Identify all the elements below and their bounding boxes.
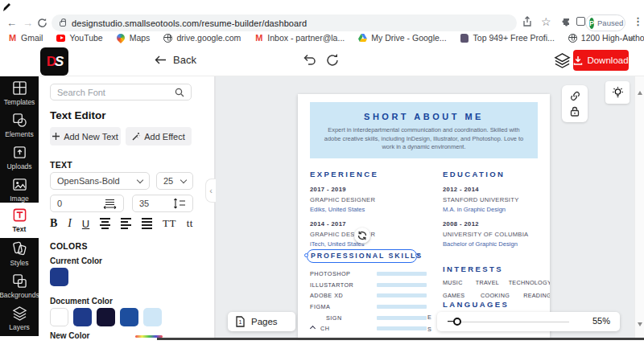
browser-back-icon[interactable]: ← bbox=[6, 17, 17, 29]
document-color-swatch[interactable] bbox=[97, 308, 115, 326]
pages-button[interactable]: 1 Pages bbox=[228, 312, 295, 331]
canvas-scrollbar[interactable] bbox=[634, 76, 644, 338]
skills-heading[interactable]: PROFESSIONAL SKILLS bbox=[311, 252, 427, 260]
sidebar-item-elements[interactable]: Elements bbox=[0, 113, 39, 138]
font-search-box[interactable] bbox=[50, 84, 192, 101]
browser-forward-icon[interactable]: → bbox=[23, 17, 33, 29]
backgrounds-icon bbox=[12, 273, 27, 289]
sidebar-item-layers[interactable]: Layers bbox=[0, 306, 39, 331]
scroll-down-icon[interactable] bbox=[638, 322, 642, 326]
italic-button[interactable]: I bbox=[68, 217, 72, 230]
bookmark-item[interactable]: My Drive - Google... bbox=[358, 33, 446, 43]
chrome-menu-icon[interactable]: ⋮ bbox=[633, 15, 643, 27]
uppercase-button[interactable]: TT bbox=[163, 217, 176, 230]
layers-stack-icon bbox=[12, 306, 27, 321]
horizontal-scrollbar-thumb[interactable] bbox=[157, 338, 644, 340]
download-button[interactable]: Download bbox=[573, 50, 629, 71]
layers-icon[interactable] bbox=[554, 51, 571, 68]
zoom-slider-knob[interactable] bbox=[453, 318, 461, 326]
design-canvas[interactable]: SHORT ABOUT ME Expert in interdepartment… bbox=[216, 76, 634, 338]
skills-section[interactable]: PROFESSIONAL SKILLS PHOTOSHOP ILLUSTARTO… bbox=[310, 252, 427, 338]
app-logo[interactable]: DS bbox=[40, 47, 68, 76]
line-height-input[interactable]: 35 bbox=[132, 195, 193, 212]
share-icon[interactable] bbox=[522, 16, 533, 27]
profile-paused-badge[interactable]: P Paused bbox=[585, 14, 625, 31]
plus-icon bbox=[52, 133, 60, 140]
redo-refresh-icon[interactable] bbox=[325, 53, 340, 68]
selection-handle-left[interactable] bbox=[304, 253, 308, 257]
add-new-text-label: Add New Text bbox=[64, 132, 118, 142]
skill-bar bbox=[377, 305, 427, 309]
font-size-select[interactable]: 25 bbox=[156, 172, 193, 190]
undo-icon[interactable] bbox=[302, 53, 316, 68]
bookmark-item[interactable]: drive.google.com bbox=[163, 33, 241, 43]
bold-button[interactable]: B bbox=[50, 217, 57, 230]
font-family-select[interactable]: OpenSans-Bold bbox=[50, 172, 150, 190]
document-color-swatch[interactable] bbox=[73, 308, 92, 326]
lightbulb-icon bbox=[612, 86, 624, 99]
tips-button[interactable] bbox=[605, 81, 630, 104]
rotate-handle[interactable] bbox=[354, 228, 370, 244]
education-section[interactable]: EDUCATION 2012 - 2014 STANFORD UNIVERSIT… bbox=[443, 170, 550, 248]
bookmark-item[interactable]: Top 949+ Free Profi... bbox=[460, 33, 555, 43]
experience-section[interactable]: EXPERIENCE 2017 - 2019 GRAPHIC DESIGNER … bbox=[310, 170, 439, 248]
lock-icon[interactable] bbox=[570, 106, 580, 117]
tools-sidebar: Templates Elements Uploads Image Text St… bbox=[0, 76, 39, 336]
interests-section[interactable]: INTERESTS MUSIC TRAVEL TECHNOLOGY GAMES … bbox=[443, 265, 550, 299]
letter-spacing-input[interactable]: 0 bbox=[50, 195, 124, 212]
experience-entry: 2014 - 2017 GRAPHIC DESIGNER iTech, Unit… bbox=[310, 220, 439, 248]
skill-row: FIGMA bbox=[310, 302, 427, 313]
back-button[interactable]: Back bbox=[155, 54, 196, 66]
chevron-down-icon bbox=[137, 176, 143, 183]
document-color-swatch[interactable] bbox=[120, 308, 138, 326]
bookmark-item[interactable]: Maps bbox=[117, 33, 151, 43]
skill-row: PHOTOSHOP bbox=[310, 269, 427, 280]
languages-section[interactable]: LANGUAGES bbox=[443, 300, 550, 309]
bookmark-item[interactable]: MInbox - partner@la... bbox=[254, 33, 345, 43]
colors-section-label: COLORS bbox=[50, 241, 88, 251]
sidebar-item-uploads[interactable]: Uploads bbox=[0, 145, 39, 170]
address-bar[interactable]: designstudio.smallseotools.com/resume-bu… bbox=[52, 14, 517, 31]
bookmark-item[interactable]: MGmail bbox=[8, 33, 43, 43]
link-icon[interactable] bbox=[570, 91, 580, 101]
interests-row: MUSIC TRAVEL TECHNOLOGY bbox=[443, 279, 550, 286]
bookmark-item[interactable]: YouTube bbox=[56, 33, 102, 43]
current-color-swatch[interactable] bbox=[50, 268, 68, 286]
download-icon bbox=[573, 55, 583, 65]
skill-row: CH bbox=[310, 323, 427, 334]
add-new-text-button[interactable]: Add New Text bbox=[50, 127, 121, 146]
url-text[interactable]: designstudio.smallseotools.com/resume-bu… bbox=[72, 18, 307, 28]
add-effect-button[interactable]: Add Effect bbox=[126, 127, 192, 146]
scroll-up-icon[interactable] bbox=[638, 91, 642, 95]
maps-icon bbox=[117, 34, 126, 43]
text-editor-panel: Text Editor Add New Text Add Effect TEXT… bbox=[39, 76, 214, 338]
sidebar-item-text[interactable]: Text bbox=[0, 203, 39, 238]
text-format-row: B I U TT tt bbox=[50, 217, 193, 230]
sidebar-item-image[interactable]: Image bbox=[0, 177, 39, 203]
document-color-swatch[interactable] bbox=[143, 308, 162, 326]
underline-button[interactable]: U bbox=[82, 218, 89, 230]
document-color-swatch[interactable] bbox=[50, 308, 68, 326]
skill-bar bbox=[377, 316, 427, 320]
education-entry: 2012 - 2014 STANFORD UNIVERSITY M.A. in … bbox=[443, 186, 550, 213]
align-center-button[interactable] bbox=[100, 218, 110, 229]
align-justify-button[interactable] bbox=[142, 218, 152, 229]
language-item-clipped: E bbox=[427, 314, 434, 321]
sidebar-item-templates[interactable]: Templates bbox=[0, 80, 39, 106]
browser-reload-icon[interactable] bbox=[37, 18, 47, 28]
sidebar-item-styles[interactable]: Styles bbox=[0, 241, 39, 267]
bookmark-star-icon[interactable]: ☆ bbox=[541, 15, 551, 28]
uploads-icon bbox=[12, 145, 27, 160]
font-family-value: OpenSans-Bold bbox=[57, 176, 138, 186]
align-left-button[interactable] bbox=[121, 218, 131, 229]
bookmarks-overflow-icon[interactable]: » bbox=[629, 33, 634, 43]
zoom-slider-track[interactable] bbox=[448, 322, 569, 322]
font-search-input[interactable] bbox=[57, 88, 175, 97]
panel-collapse-button[interactable]: ‹ bbox=[205, 178, 216, 203]
about-section[interactable]: SHORT ABOUT ME Expert in interdepartment… bbox=[310, 102, 538, 158]
extensions-puzzle-icon[interactable] bbox=[561, 16, 572, 27]
tab-group-icon[interactable] bbox=[576, 17, 585, 26]
lowercase-button[interactable]: tt bbox=[187, 217, 193, 230]
resume-page[interactable]: SHORT ABOUT ME Expert in interdepartment… bbox=[298, 94, 550, 338]
sidebar-item-backgrounds[interactable]: Backgrounds bbox=[0, 273, 39, 299]
